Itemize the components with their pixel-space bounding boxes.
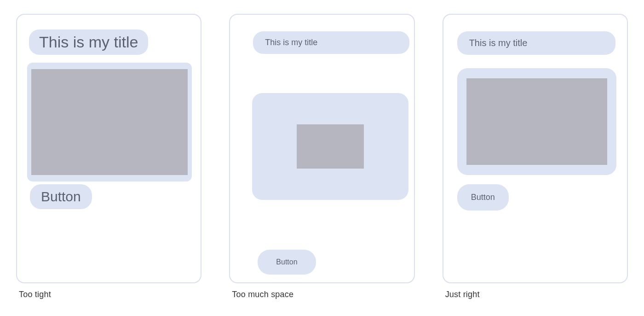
image-placeholder-outer (252, 93, 408, 200)
button-label: Button (41, 189, 81, 205)
title-text: This is my title (469, 38, 528, 48)
example-caption: Too tight (19, 290, 201, 299)
image-placeholder-inner (466, 78, 607, 165)
button-placeholder: Button (30, 184, 92, 209)
example-caption: Too much space (232, 290, 414, 299)
spacing-example-too-much-space: This is my title Button Too much space (229, 14, 414, 302)
title-text: This is my title (265, 38, 317, 47)
device-frame: This is my title Button (229, 14, 414, 283)
button-placeholder: Button (258, 250, 316, 275)
image-placeholder-outer (27, 63, 192, 181)
image-placeholder-inner (297, 124, 364, 169)
button-label: Button (471, 193, 495, 202)
example-caption: Just right (445, 290, 628, 299)
device-frame: This is my title Button (443, 14, 628, 283)
title-text: This is my title (39, 33, 138, 51)
title-placeholder: This is my title (253, 31, 409, 54)
device-frame: This is my title Button (16, 14, 201, 283)
title-placeholder: This is my title (29, 29, 148, 55)
image-placeholder-outer (457, 68, 616, 175)
spacing-example-too-tight: This is my title Button Too tight (16, 14, 201, 302)
image-placeholder-inner (31, 69, 188, 175)
button-placeholder: Button (457, 184, 509, 211)
spacing-example-just-right: This is my title Button Just right (443, 14, 628, 302)
button-label: Button (276, 258, 297, 266)
title-placeholder: This is my title (457, 31, 615, 55)
